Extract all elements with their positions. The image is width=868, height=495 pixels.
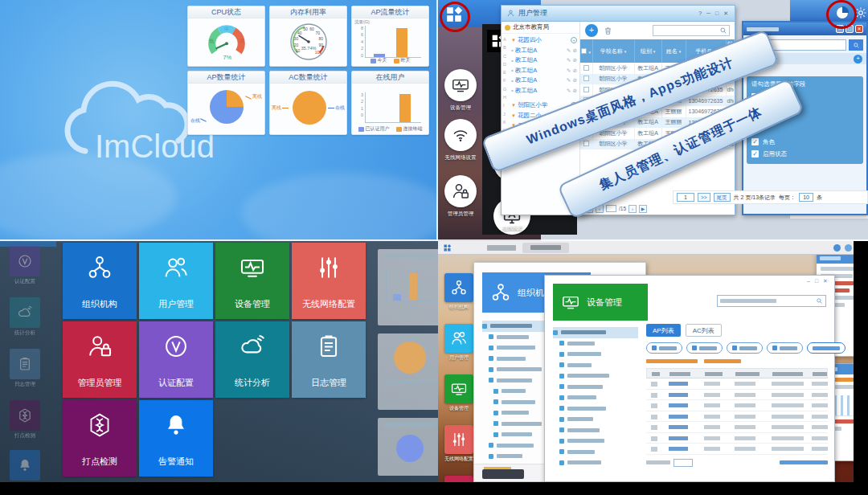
tree-row-blurred[interactable] xyxy=(553,327,638,338)
query-button[interactable] xyxy=(849,39,863,51)
tree-row-blurred[interactable] xyxy=(559,436,638,447)
tab-ac-list[interactable]: AC列表 xyxy=(686,324,722,337)
tree-group[interactable]: ▼ 花园四小 + xyxy=(511,35,579,46)
add-column-button[interactable]: + xyxy=(854,55,862,63)
edit-icon[interactable]: ✎ xyxy=(567,88,571,94)
pager-last-button[interactable]: ▶ xyxy=(639,205,647,213)
col-name[interactable]: 姓名 xyxy=(661,39,686,63)
select-all-checkbox[interactable] xyxy=(581,48,587,54)
search-icon[interactable] xyxy=(816,297,823,305)
row-actions[interactable]: ✎⊘ xyxy=(567,47,577,54)
delete-icon[interactable]: ⊘ xyxy=(573,68,577,74)
tree-row-blurred[interactable] xyxy=(559,338,638,350)
tree-row-blurred[interactable] xyxy=(559,382,638,393)
tray-info-icon[interactable] xyxy=(845,244,852,252)
toolbar-button-blurred[interactable] xyxy=(646,342,682,354)
field-option[interactable]: ✓ 启用状态 xyxy=(751,148,858,160)
tile-auth-config[interactable]: 认证配置 xyxy=(139,321,213,398)
row-checkbox[interactable] xyxy=(583,76,589,81)
edit-icon[interactable]: ✎ xyxy=(567,57,571,63)
delete-icon[interactable]: ⊘ xyxy=(573,47,577,54)
tree-row-blurred[interactable] xyxy=(559,414,638,425)
table-row-blurred[interactable] xyxy=(646,400,828,411)
tile-users[interactable]: 用户管理 xyxy=(139,243,213,319)
tree-row-blurred[interactable] xyxy=(559,403,638,415)
desktop-icon-wireless[interactable] xyxy=(444,119,477,151)
tree-member[interactable]: • 教工组A ✎⊘ xyxy=(511,55,579,66)
tile-logs[interactable]: 日志管理 xyxy=(292,321,366,398)
row-checkbox[interactable] xyxy=(583,65,589,71)
row-checkbox[interactable] xyxy=(583,141,589,146)
row-checkbox[interactable] xyxy=(583,87,589,92)
row-actions[interactable]: ✎⊘ xyxy=(567,88,577,94)
footer-button-blurred[interactable] xyxy=(482,469,524,479)
delete-icon[interactable]: ⊘ xyxy=(573,77,577,84)
add-user-button[interactable]: + xyxy=(585,24,598,37)
tile-devices[interactable]: 设备管理 xyxy=(215,243,289,319)
per-page-input[interactable]: 10 xyxy=(799,193,813,202)
next-page-button[interactable]: >> xyxy=(698,193,710,202)
tree-member[interactable]: • 教工组A ✎⊘ xyxy=(511,76,579,86)
table-row-blurred[interactable] xyxy=(646,422,828,433)
search-icon[interactable] xyxy=(719,27,727,35)
dock-users[interactable] xyxy=(444,324,473,353)
edit-icon[interactable]: ✎ xyxy=(567,47,571,54)
row-actions[interactable]: ✎⊘ xyxy=(567,57,577,63)
desktop-icon-admin[interactable] xyxy=(444,175,477,207)
toolbar-button-blurred[interactable] xyxy=(727,342,763,354)
tile-alerts[interactable]: 告警通知 xyxy=(139,400,213,477)
taskbar-tab[interactable] xyxy=(487,245,516,251)
tree-row-blurred[interactable] xyxy=(559,360,638,371)
toolbar-button-blurred[interactable] xyxy=(686,342,723,354)
pager-controls-blurred[interactable] xyxy=(780,460,828,464)
last-page-button[interactable]: 尾页 xyxy=(714,193,731,202)
per-page-input[interactable] xyxy=(674,459,693,467)
custom-columns-button-blurred[interactable] xyxy=(807,342,845,354)
delete-icon[interactable]: ⊘ xyxy=(573,57,577,63)
add-node-icon[interactable]: + xyxy=(571,37,577,43)
tile-org[interactable]: 组织机构 xyxy=(63,243,137,319)
tree-member[interactable]: • 教工组A ✎⊘ xyxy=(511,86,579,96)
pager-next-button[interactable]: › xyxy=(628,205,637,213)
tile-admin[interactable]: 管理员管理 xyxy=(63,321,137,398)
tile-wireless-config[interactable]: 无线网络配置 xyxy=(292,243,366,319)
tile-dot-detect[interactable]: 打点检测 xyxy=(63,400,137,477)
selected-records-link-blurred[interactable] xyxy=(646,359,698,363)
dock-devices[interactable] xyxy=(444,374,473,403)
tree-row-blurred[interactable] xyxy=(559,457,638,468)
tab-ap-list[interactable]: AP列表 xyxy=(646,324,681,337)
org-root[interactable]: 北京市教育局 xyxy=(502,22,579,34)
toolbar-button-blurred[interactable] xyxy=(767,342,803,354)
delete-icon[interactable]: ⊘ xyxy=(573,88,577,94)
start-icon[interactable] xyxy=(443,243,452,252)
pager-page-input[interactable] xyxy=(606,205,616,212)
tree-row-blurred[interactable] xyxy=(559,349,638,360)
checkbox-checked[interactable]: ✓ xyxy=(751,138,759,145)
tile-statistics[interactable]: 统计分析 xyxy=(215,321,289,398)
tree-row-blurred[interactable] xyxy=(559,447,638,458)
trash-icon[interactable] xyxy=(603,26,613,36)
table-row-blurred[interactable] xyxy=(646,433,828,444)
search-input[interactable] xyxy=(653,28,719,34)
table-row-blurred[interactable] xyxy=(646,444,828,455)
page-input[interactable]: 1 xyxy=(677,193,694,202)
tray-chart-icon[interactable] xyxy=(833,244,841,252)
table-row-blurred[interactable] xyxy=(646,411,828,423)
edit-icon[interactable]: ✎ xyxy=(567,77,571,84)
taskbar-tab-active[interactable] xyxy=(522,243,569,253)
desktop-icon-device[interactable] xyxy=(444,69,477,101)
row-actions[interactable]: ✎⊘ xyxy=(567,77,577,84)
window-controls[interactable]: – □ ✕ xyxy=(807,278,829,284)
table-row-blurred[interactable] xyxy=(646,390,828,401)
selected-records-link-blurred[interactable] xyxy=(704,359,741,363)
close-button[interactable]: ✕ xyxy=(855,25,863,33)
tree-member[interactable]: • 教工组A ✎⊘ xyxy=(511,46,579,56)
tree-row-blurred[interactable] xyxy=(559,425,638,436)
dock-wireless[interactable] xyxy=(444,425,473,454)
tree-row-blurred[interactable] xyxy=(559,370,638,382)
window-controls[interactable]: ? ─ □ ✕ xyxy=(698,10,730,17)
dock-org[interactable] xyxy=(444,273,473,302)
tree-row-blurred[interactable] xyxy=(559,392,638,403)
row-actions[interactable]: ✎⊘ xyxy=(567,68,577,74)
edit-icon[interactable]: ✎ xyxy=(567,68,571,74)
